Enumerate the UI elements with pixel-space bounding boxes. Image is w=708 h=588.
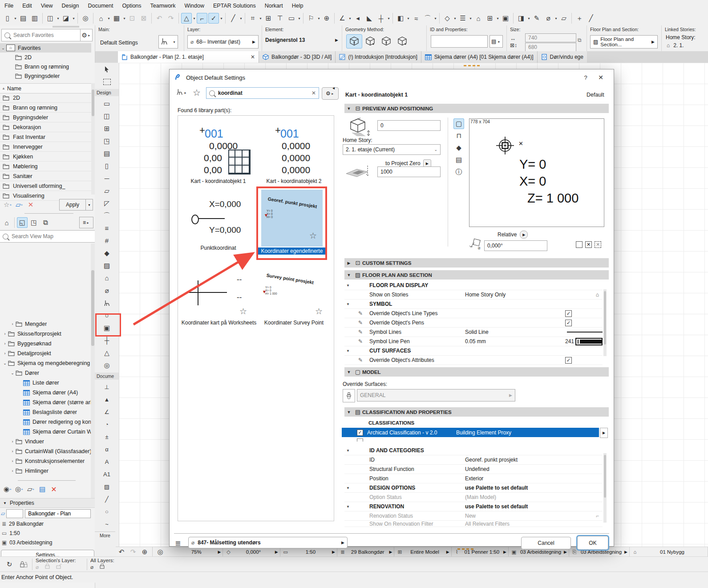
caret-down-icon[interactable]: ▾	[192, 16, 196, 20]
needle-button[interactable]: ＋	[574, 13, 585, 24]
tab-1[interactable]: Balkongdør - Plan [2. 1. etasje]✕	[118, 51, 259, 63]
caret-down-icon[interactable]: ▾	[219, 16, 223, 20]
menu-design[interactable]: Design	[57, 0, 84, 11]
skylight-tool[interactable]: ◳	[97, 135, 117, 147]
menu-options[interactable]: Options	[117, 0, 146, 11]
favorite-star-icon[interactable]: ☆	[315, 306, 323, 316]
section-classification[interactable]: ▼ ▤ CLASSIFICATION AND PROPERTIES	[344, 407, 609, 417]
marker-button[interactable]: ◂	[352, 13, 364, 24]
relative-control[interactable]: Relative ▶	[498, 231, 528, 239]
favorites-list-item[interactable]: Bygningsdeler	[0, 113, 91, 122]
caret-down-icon[interactable]: ▾	[317, 16, 321, 20]
favorites-list-item[interactable]: Innervegger	[0, 142, 91, 152]
door-tool[interactable]: ◫	[97, 110, 117, 122]
slash-tool-button[interactable]: ╱▾	[227, 13, 243, 24]
settings-row[interactable]: ✎ Override Object's Line Types✓	[344, 309, 603, 318]
equipment-tool[interactable]: ▣	[97, 322, 117, 334]
zoom-back-icon[interactable]: ↶	[116, 547, 127, 557]
viewmap-tree-item[interactable]: ›Skisse/forprosjekt	[0, 329, 91, 339]
publisher-icon[interactable]: ⧉	[40, 217, 51, 228]
new-favorite-icon[interactable]: ☆+	[2, 199, 13, 210]
home-story-select[interactable]: 2. 1. etasje (Current) ⌄	[343, 144, 441, 155]
wave-button[interactable]: ≈	[410, 13, 422, 24]
setsquare-button[interactable]: △▾	[181, 13, 196, 24]
row-checkbox[interactable]: ✓	[565, 320, 572, 326]
arc-button[interactable]: ⌒▾	[422, 13, 437, 24]
dimension-tool[interactable]: ⊥	[97, 381, 117, 393]
viewmap-tree-item[interactable]: Liste dører	[0, 378, 91, 388]
story-offset-field[interactable]: 0	[377, 120, 441, 131]
panel-drag-handle[interactable]	[53, 26, 79, 28]
beam-tool[interactable]: ─	[97, 172, 117, 184]
menu-norkart[interactable]: Norkart	[260, 0, 287, 11]
viewmap-tree-item[interactable]: ›Detaljprosjekt	[0, 349, 91, 358]
viewmap-tree-item[interactable]: Skjema dører Curtain Wal	[0, 427, 91, 437]
zoom-in-icon[interactable]: ⊕	[139, 547, 150, 557]
viewmap-tree-item[interactable]: Skjema dører (større ark)	[0, 397, 91, 407]
ok-button[interactable]: OK	[577, 536, 608, 550]
frame-button[interactable]: ▭▾	[286, 13, 301, 24]
viewmap-search[interactable]: Search View Map	[0, 230, 97, 243]
row-checkbox[interactable]: ✓	[565, 310, 572, 317]
caret-down-icon[interactable]: ▾	[239, 16, 243, 20]
lock-icon[interactable]	[45, 564, 50, 570]
preview-info-button[interactable]: ⓘ	[453, 166, 464, 177]
angle-dimension-tool[interactable]: ∠	[97, 406, 117, 418]
properties-header[interactable]: ▼ Properties	[0, 498, 95, 508]
syringe-button[interactable]: ╱	[585, 13, 597, 24]
caret-down-icon[interactable]: ▾	[348, 16, 352, 20]
zone-tool[interactable]: ⌂	[97, 272, 117, 284]
settings-row[interactable]: ✎ Symbol Line Pen0.05 mm241	[344, 337, 603, 346]
viewmap-tree-item[interactable]: Skjema dører (A4)	[0, 388, 91, 397]
caret-down-icon[interactable]: ▾	[13, 16, 17, 20]
box-mode-button[interactable]: ⊕	[321, 13, 332, 24]
railing-tool[interactable]: #	[97, 235, 117, 247]
library-part-kart-2[interactable]: + 001 0,0000 0,0000 0,0000 Kart - koordi…	[257, 119, 331, 186]
library-part-koordinater-worksheets[interactable]: -- -- ☆ Koordinater kart på Worksheets	[182, 263, 255, 329]
settings-row[interactable]: ✎ Override Object's Pens✓	[344, 318, 603, 328]
geometry-method-4-button[interactable]	[394, 34, 410, 49]
fill-button[interactable]: ◧▾	[395, 13, 410, 24]
geometry-method-3-button[interactable]	[378, 34, 394, 49]
snap-toggle-button[interactable]: ✓▾	[208, 13, 223, 24]
slab-tool[interactable]: ▱	[97, 185, 117, 197]
radial-dimension-tool[interactable]: ◔	[97, 418, 117, 430]
layer-select[interactable]: ⌀ 68-- Inventar (løst) ▶	[187, 35, 259, 49]
tab-2[interactable]: Balkongdør - 3D [3D / All]	[259, 51, 336, 63]
settings-row[interactable]: Show on StoriesHome Story Only⌂	[344, 290, 603, 300]
mirror-dashed-icon[interactable]: ✕	[595, 241, 601, 248]
viewmap-tree-item[interactable]: ⌄Dører	[0, 368, 91, 378]
caret-down-icon[interactable]: ▾	[107, 16, 111, 20]
favorites-scrollbar[interactable]	[91, 83, 95, 195]
caret-down-icon[interactable]: ▾	[496, 16, 500, 20]
part-selector-button[interactable]: ▸	[176, 88, 187, 97]
settings-row[interactable]: Show On Renovation FilterAll Relevant Fi…	[344, 521, 603, 527]
settings-subheader[interactable]: ▼ FLOOR PLAN DISPLAY	[344, 281, 603, 290]
menu-help[interactable]: Help	[287, 0, 308, 11]
navigator-menu-button[interactable]: ≡▸	[79, 217, 93, 228]
caret-down-icon[interactable]: ▾	[122, 16, 126, 20]
menu-document[interactable]: Document	[84, 0, 118, 11]
arrow-tool[interactable]	[97, 63, 117, 75]
dimension-button[interactable]: ∠▾	[336, 13, 352, 24]
eye-slash-icon[interactable]: ⌀	[36, 564, 39, 570]
mesh-tool[interactable]: ▨	[97, 260, 117, 272]
save-button[interactable]: ▤	[17, 13, 29, 24]
shell-tool[interactable]: ⌒	[97, 210, 117, 222]
caret-down-icon[interactable]: ▾	[554, 16, 558, 20]
new-folder-icon[interactable]: ▱+	[25, 484, 36, 495]
apply-dropdown-button[interactable]: ▾	[86, 199, 93, 211]
library-search-field[interactable]: koordinat ✕	[206, 87, 319, 99]
save-current-view-icon[interactable]: ◎+	[14, 484, 24, 495]
home-button[interactable]: ⌂	[473, 13, 484, 24]
menu-edit[interactable]: Edit	[18, 0, 36, 11]
elevation-field[interactable]: 1000	[377, 166, 441, 177]
favorites-folder-item[interactable]: Bygningsdeler	[0, 71, 91, 81]
library-part-koordinater-egendefinerte[interactable]: Georef. punkt prosjekt Y= 0X= 0H= 0 ▼ ☆ …	[258, 189, 330, 258]
row-checkbox[interactable]: ✓	[565, 357, 572, 364]
settings-subheader[interactable]: ▼ CUT SURFACES	[344, 346, 603, 356]
link-chain-icon[interactable]: ⧉	[578, 37, 582, 43]
stair-tool[interactable]: ≡	[97, 222, 117, 234]
section-model[interactable]: ▼ ▢ MODEL	[344, 367, 609, 377]
favorites-list-item[interactable]: Kjøkken	[0, 152, 91, 162]
